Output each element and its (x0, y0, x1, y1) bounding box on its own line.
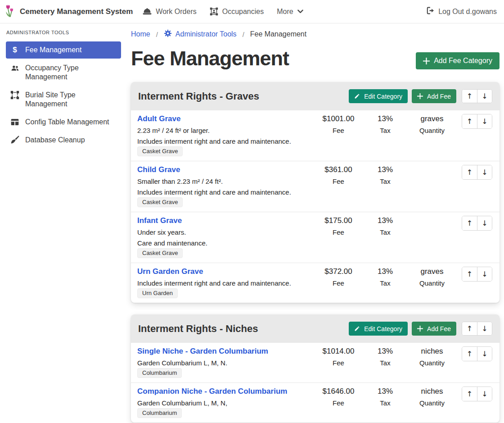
logout-icon (426, 6, 434, 17)
fee-tax: 13% (362, 216, 409, 226)
move-fee-down-button[interactable]: ↓ (477, 165, 492, 179)
sidebar-item-fee-management-label: Fee Management (25, 45, 81, 55)
fee-name-link[interactable]: Single Niche - Garden Columbarium (137, 346, 268, 356)
edit-category-button[interactable]: Edit Category (349, 322, 408, 336)
move-fee-down-button[interactable]: ↓ (477, 387, 492, 401)
arrow-down-icon: ↓ (482, 324, 487, 333)
fee-type-badge: Casket Grave (137, 248, 183, 258)
move-fee-up-button[interactable]: ↑ (462, 267, 477, 281)
dollar-icon: $ (10, 45, 19, 55)
move-fee-up-button[interactable]: ↑ (462, 216, 477, 230)
fee-row: Child Grave Smaller than 2.23 m² / 24 ft… (131, 161, 500, 212)
category-reorder-buttons: ↑ ↓ (462, 322, 492, 336)
move-category-up-button[interactable]: ↑ (462, 322, 477, 335)
breadcrumb-separator-2: / (243, 31, 244, 38)
top-nav-links: Work OrdersOccupanciesMore (143, 7, 303, 16)
sidebar-item-database-cleanup[interactable]: Database Cleanup (6, 132, 121, 149)
arrow-down-icon: ↓ (482, 350, 487, 358)
breadcrumb-home-link[interactable]: Home (131, 30, 150, 38)
move-category-down-button[interactable]: ↓ (477, 322, 492, 335)
fee-tax-label: Tax (362, 279, 409, 287)
arrow-up-icon: ↑ (467, 168, 472, 177)
pencil-icon (354, 326, 360, 332)
nav-occupancies[interactable]: Occupancies (210, 7, 264, 16)
fee-amount: $175.00 (315, 216, 362, 226)
nav-more[interactable]: More (277, 8, 303, 16)
edit-category-label: Edit Category (364, 325, 402, 332)
fee-description: 2.23 m² / 24 ft² or larger. (137, 127, 315, 135)
fee-description: Garden Columbarium L, M, N. (137, 359, 315, 367)
fee-name-link[interactable]: Adult Grave (137, 114, 180, 124)
pencil-icon (354, 93, 360, 99)
move-fee-down-button[interactable]: ↓ (477, 114, 492, 128)
fee-reorder-buttons: ↑ ↓ (462, 114, 492, 129)
move-fee-down-button[interactable]: ↓ (477, 216, 492, 230)
fee-amount-label: Fee (315, 399, 362, 407)
move-fee-up-button[interactable]: ↑ (462, 347, 477, 361)
fee-category-title: Interment Rights - Graves (138, 90, 345, 103)
move-fee-up-button[interactable]: ↑ (462, 165, 477, 179)
arrow-up-icon: ↑ (467, 92, 472, 100)
move-fee-up-button[interactable]: ↑ (462, 114, 477, 128)
fee-tax-label: Tax (362, 127, 409, 135)
fee-name-link[interactable]: Child Grave (137, 165, 180, 175)
breadcrumb-admin-tools-label: Administrator Tools (176, 30, 237, 38)
fee-type-badge: Urn Garden (137, 288, 178, 298)
add-fee-category-label: Add Fee Category (434, 57, 492, 65)
breadcrumb-separator: / (156, 31, 158, 38)
fee-quantity-unit: graves (409, 267, 455, 277)
fee-quantity-unit: graves (409, 114, 455, 124)
app-brand[interactable]: Cemetery Management System (4, 4, 133, 19)
nav-work-orders[interactable]: Work Orders (143, 8, 196, 16)
fee-name-link[interactable]: Companion Niche - Garden Columbarium (137, 387, 287, 396)
add-fee-button[interactable]: Add Fee (412, 89, 456, 103)
table-icon (10, 118, 19, 127)
fee-amount-label: Fee (315, 279, 362, 287)
fee-tax: 13% (362, 165, 409, 175)
gear-icon (164, 29, 172, 39)
nav-occupancies-label: Occupancies (222, 8, 264, 16)
fee-row: Urn Garden Grave Includes interment righ… (131, 263, 500, 303)
arrow-up-icon: ↑ (467, 219, 472, 227)
fee-quantity-label: Quantity (409, 279, 455, 287)
fee-tax-label: Tax (362, 177, 409, 186)
app-title: Cemetery Management System (20, 7, 133, 16)
fee-category-header: Interment Rights - Niches Edit Category … (131, 314, 500, 343)
move-fee-down-button[interactable]: ↓ (477, 347, 492, 361)
main-content: Home / Administrator Tools / Fee Managem… (131, 23, 500, 423)
logout-button[interactable]: Log Out d.gowans (426, 6, 497, 17)
breadcrumb-admin-tools-link[interactable]: Administrator Tools (164, 29, 237, 39)
fee-tax: 13% (362, 346, 409, 356)
fee-type-badge: Casket Grave (137, 146, 183, 156)
sidebar-item-fee-management[interactable]: $ Fee Management (6, 41, 121, 59)
plus-icon (423, 58, 430, 64)
fee-description: Includes interment right and care and ma… (137, 279, 315, 287)
breadcrumb-current: Fee Management (250, 30, 306, 38)
fee-amount: $361.00 (315, 165, 362, 175)
fee-row: Companion Niche - Garden Columbarium Gar… (131, 382, 500, 423)
fee-name-link[interactable]: Urn Garden Grave (137, 267, 203, 277)
fee-quantity-label: Quantity (409, 359, 455, 367)
sidebar-item-burial-site-type-management[interactable]: Burial Site Type Management (6, 86, 121, 113)
sidebar-item-occupancy-type-management[interactable]: Occupancy Type Management (6, 59, 121, 86)
fee-description: Garden Columbarium L, M, N, (137, 399, 315, 407)
arrow-down-icon: ↓ (482, 390, 487, 398)
move-category-up-button[interactable]: ↑ (462, 90, 477, 103)
nav-more-label: More (277, 8, 293, 16)
fee-amount: $372.00 (315, 267, 362, 277)
sidebar-heading: ADMINISTRATOR TOOLS (6, 30, 121, 41)
fee-category-card: Interment Rights - Niches Edit Category … (131, 314, 500, 423)
move-fee-up-button[interactable]: ↑ (462, 387, 477, 401)
logout-label: Log Out d.gowans (438, 8, 497, 16)
add-fee-category-button[interactable]: Add Fee Category (416, 52, 500, 69)
arrow-down-icon: ↓ (482, 219, 487, 227)
move-fee-down-button[interactable]: ↓ (477, 267, 492, 281)
edit-category-button[interactable]: Edit Category (349, 89, 408, 103)
fee-category-header: Interment Rights - Graves Edit Category … (131, 82, 500, 110)
move-category-down-button[interactable]: ↓ (477, 90, 492, 103)
fee-name-link[interactable]: Infant Grave (137, 216, 182, 226)
add-fee-button[interactable]: Add Fee (412, 322, 456, 336)
fee-tax: 13% (362, 114, 409, 124)
fee-category-card: Interment Rights - Graves Edit Category … (131, 82, 500, 303)
sidebar-item-config-table-management[interactable]: Config Table Management (6, 114, 121, 131)
